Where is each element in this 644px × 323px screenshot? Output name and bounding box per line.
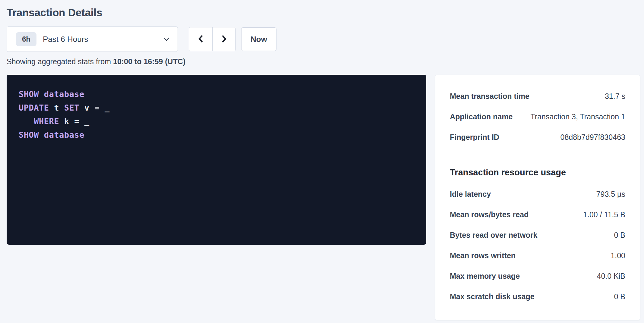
stat-label: Max scratch disk usage	[450, 292, 535, 301]
sql-line: UPDATE t SET v = _	[19, 101, 414, 114]
sql-text	[19, 117, 34, 126]
stat-row: Max scratch disk usage0 B	[450, 286, 625, 307]
chevron-right-icon	[220, 34, 228, 45]
stat-row: Application nameTransaction 3, Transacti…	[450, 106, 625, 127]
stat-row: Mean rows written1.00	[450, 245, 625, 266]
time-range-dropdown[interactable]: 6h Past 6 Hours	[7, 27, 178, 52]
stat-label: Bytes read over network	[450, 231, 537, 240]
sql-statements: SHOW databaseUPDATE t SET v = _ WHERE k …	[19, 87, 414, 142]
previous-interval-button[interactable]	[189, 27, 212, 51]
stat-value: 31.7 s	[605, 92, 625, 101]
now-button[interactable]: Now	[241, 27, 276, 51]
stat-label: Max memory usage	[450, 272, 520, 281]
time-pager	[189, 27, 236, 51]
sql-keyword: SHOW database	[19, 130, 84, 140]
stat-row: Bytes read over network0 B	[450, 225, 625, 245]
card-divider	[450, 156, 625, 156]
chevron-down-icon	[163, 37, 169, 41]
caption-prefix: Showing aggregated stats from	[7, 57, 113, 66]
stat-value: 08d8b7d97f830463	[560, 133, 625, 142]
summary-rows: Mean transaction time31.7 sApplication n…	[450, 86, 625, 147]
sql-text: k = _	[59, 117, 90, 126]
time-picker-controls: 6h Past 6 Hours Now	[7, 27, 640, 52]
sql-keyword: SHOW database	[19, 89, 84, 99]
sql-keyword: SET	[64, 103, 79, 112]
stat-row: Idle latency793.5 µs	[450, 184, 625, 204]
stat-label: Mean rows written	[450, 251, 516, 260]
chevron-left-icon	[197, 34, 204, 45]
transaction-details-page: Transaction Details 6h Past 6 Hours Now …	[0, 0, 644, 323]
resource-rows: Idle latency793.5 µsMean rows/bytes read…	[450, 184, 625, 307]
sql-line: WHERE k = _	[19, 114, 414, 128]
stat-row: Mean rows/bytes read1.00 / 11.5 B	[450, 204, 625, 225]
stat-value: Transaction 3, Transaction 1	[530, 112, 625, 121]
sql-keyword: UPDATE	[19, 103, 49, 112]
transaction-sql-box: SHOW databaseUPDATE t SET v = _ WHERE k …	[7, 75, 426, 245]
caption-range: 10:00 to 16:59 (UTC)	[113, 57, 185, 66]
stat-label: Fingerprint ID	[450, 133, 499, 142]
stat-label: Application name	[450, 112, 513, 121]
transaction-stats-card: Mean transaction time31.7 sApplication n…	[435, 75, 640, 320]
stat-label: Mean transaction time	[450, 92, 529, 101]
sql-text: v = _	[79, 103, 110, 112]
next-interval-button[interactable]	[212, 27, 235, 51]
stat-value: 40.0 KiB	[597, 272, 625, 281]
stat-value: 0 B	[614, 292, 625, 301]
stat-label: Mean rows/bytes read	[450, 210, 529, 219]
stat-row: Mean transaction time31.7 s	[450, 86, 625, 106]
time-range-badge: 6h	[16, 32, 36, 46]
sql-keyword: WHERE	[34, 117, 59, 126]
stat-value: 1.00 / 11.5 B	[583, 210, 625, 219]
time-range-label: Past 6 Hours	[43, 35, 88, 44]
main-content: SHOW databaseUPDATE t SET v = _ WHERE k …	[7, 75, 640, 320]
stat-value: 1.00	[611, 251, 625, 260]
stat-row: Fingerprint ID08d8b7d97f830463	[450, 127, 625, 147]
stat-value: 0 B	[614, 231, 625, 240]
stat-label: Idle latency	[450, 190, 491, 199]
page-title: Transaction Details	[7, 7, 640, 19]
aggregation-caption: Showing aggregated stats from 10:00 to 1…	[7, 57, 640, 66]
sql-line: SHOW database	[19, 128, 414, 142]
sql-line: SHOW database	[19, 87, 414, 101]
stat-row: Max memory usage40.0 KiB	[450, 266, 625, 286]
sql-text: t	[49, 103, 64, 112]
stat-value: 793.5 µs	[596, 190, 625, 199]
resource-usage-heading: Transaction resource usage	[450, 167, 625, 178]
